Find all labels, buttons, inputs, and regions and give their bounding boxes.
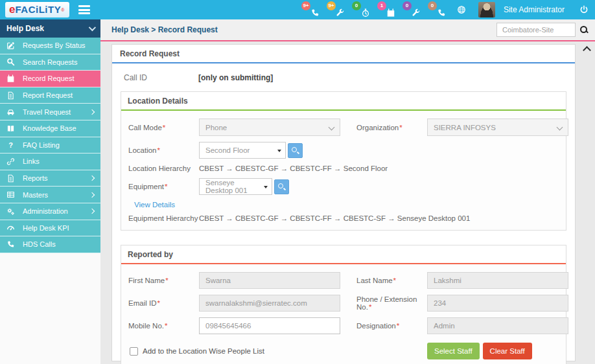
- sidebar-item-links[interactable]: Links: [0, 154, 100, 170]
- sidebar-item-label: Administration: [23, 207, 68, 215]
- sidebar-item-label: HDS Calls: [23, 240, 56, 248]
- section-title: Location Details: [121, 92, 566, 111]
- last-name-label: Last Name*: [355, 277, 427, 284]
- wrench-icon: [336, 8, 345, 17]
- header-actions: 9+ 9+ 0 1 0 0 Site Administrator: [301, 1, 595, 18]
- sidebar-item-masters[interactable]: Masters: [0, 187, 100, 203]
- sidebar-item-help-desk-kpi[interactable]: Help Desk KPI: [0, 220, 100, 237]
- sidebar-item-reports[interactable]: Reports: [0, 170, 100, 187]
- record-request-panel: Record Request Call ID [only on submitti…: [111, 44, 576, 361]
- sidebar-item-travel-request[interactable]: Travel Request: [0, 104, 100, 120]
- sidebar-title: Help Desk: [6, 24, 44, 33]
- search-icon: [6, 58, 15, 66]
- clock-icon: [361, 8, 370, 17]
- pending-tasks-notification[interactable]: 0: [352, 1, 370, 18]
- equipment-search-button[interactable]: [274, 179, 289, 194]
- mobile-label: Mobile No.*: [126, 322, 199, 330]
- sidebar-item-label: FAQ Listing: [23, 141, 60, 149]
- call-mode-label: Call Mode*: [126, 124, 199, 131]
- calendar-icon: [386, 8, 395, 17]
- phone-icon: [6, 240, 15, 249]
- equipment-label: Equipment*: [126, 183, 199, 190]
- sidebar-item-label: Knowledge Base: [23, 124, 76, 132]
- sidebar-item-label: Reports: [23, 174, 48, 182]
- chevron-down-icon: [89, 24, 96, 31]
- breadcrumb: Help Desk > Record Request: [111, 25, 218, 34]
- panel-title: Record Request: [112, 45, 575, 63]
- breadcrumb-bar: Help Desk > Record Request: [100, 19, 595, 41]
- sidebar-item-label: Links: [23, 157, 40, 165]
- location-details-section: Location Details Call Mode* Phone Organi…: [121, 91, 566, 231]
- sidebar-module-selector[interactable]: Help Desk: [0, 19, 100, 38]
- sidebar-item-label: Record Request: [23, 74, 75, 82]
- helpdesk-calls-notification[interactable]: 9+: [301, 1, 320, 18]
- sidebar-item-knowledge-base[interactable]: Knowledge Base: [0, 120, 100, 137]
- sidebar-item-report-request[interactable]: Report Request: [0, 87, 100, 104]
- missed-calls-notification[interactable]: 0: [428, 1, 446, 18]
- sidebar-item-hds-calls[interactable]: HDS Calls: [0, 236, 100, 253]
- location-label: Location*: [126, 146, 199, 154]
- reported-by-section: Reported by First Name* Last Name* Email…: [121, 245, 566, 364]
- phone-icon: [310, 8, 320, 17]
- globe-icon[interactable]: [457, 5, 466, 14]
- pencil-square-icon: [6, 41, 15, 50]
- location-combo[interactable]: Second Floor: [199, 142, 286, 159]
- notification-badge: 0: [352, 1, 361, 10]
- location-search-button[interactable]: [288, 143, 303, 158]
- last-name-field[interactable]: [427, 272, 568, 289]
- gauge-icon: [6, 223, 15, 232]
- call-id-label: Call ID: [124, 73, 198, 82]
- scroll-up-arrow[interactable]: [582, 44, 591, 53]
- equipment-hierarchy-label: Equipment Hierarchy: [126, 214, 199, 222]
- work-orders-notification[interactable]: 9+: [327, 1, 345, 18]
- user-name-label: Site Administrator: [504, 5, 565, 14]
- logo-text-e: e: [9, 3, 15, 16]
- call-id-row: Call ID [only on submitting]: [124, 73, 566, 82]
- sidebar-item-record-request[interactable]: Record Request: [0, 71, 100, 87]
- sidebar-item-label: Travel Request: [23, 108, 71, 116]
- book-icon: [6, 124, 15, 133]
- sidebar-item-label: Report Request: [23, 91, 73, 99]
- sidebar-item-administration[interactable]: Administration: [0, 203, 100, 220]
- notification-badge: 0: [428, 1, 437, 10]
- equipment-combo[interactable]: Senseye Desktop 001: [199, 178, 272, 195]
- service-requests-notification[interactable]: 0: [402, 1, 421, 18]
- calendar-icon: [6, 74, 15, 83]
- sidebar-item-search-requests[interactable]: Search Requests: [0, 54, 100, 71]
- table-icon: [6, 190, 15, 199]
- email-field[interactable]: [199, 295, 340, 312]
- efacility-logo: e FACiLiTY ®: [5, 2, 69, 17]
- view-details-link[interactable]: View Details: [126, 201, 340, 209]
- sidebar-item-label: Masters: [23, 191, 48, 199]
- select-staff-button[interactable]: Select Staff: [427, 343, 480, 359]
- notification-badge: 9+: [301, 1, 310, 10]
- chevron-right-icon: [89, 192, 95, 197]
- site-search: [496, 23, 589, 37]
- search-icon[interactable]: [579, 25, 589, 34]
- organization-select[interactable]: SIERRA INFOSYS: [427, 119, 568, 136]
- caret-down-icon: [264, 186, 268, 188]
- logout-power-icon[interactable]: [579, 5, 589, 14]
- section-title: Reported by: [121, 245, 566, 264]
- car-icon: [6, 108, 15, 116]
- phone-extension-label: Phone / Extension No.*: [355, 295, 427, 311]
- calendar-notification[interactable]: 1: [377, 1, 395, 18]
- sidebar-item-requests-by-status[interactable]: Requests By Status: [0, 38, 100, 54]
- first-name-field[interactable]: [199, 272, 340, 289]
- add-location-people-checkbox[interactable]: [130, 347, 138, 356]
- add-location-people-label: Add to the Location Wise People List: [143, 347, 264, 355]
- sidebar: Help Desk Requests By Status Search Requ…: [0, 19, 100, 364]
- link-icon: [6, 157, 15, 166]
- menu-toggle-icon[interactable]: [78, 5, 90, 14]
- user-avatar[interactable]: [478, 2, 495, 17]
- location-hierarchy-value: CBEST → CBESTC-GF → CBESTC-FF → Second F…: [199, 165, 561, 172]
- mobile-field[interactable]: [199, 317, 340, 334]
- phone-extension-field[interactable]: [427, 295, 568, 312]
- call-mode-select[interactable]: Phone: [199, 119, 340, 136]
- caret-down-icon: [277, 150, 281, 152]
- sidebar-item-faq-listing[interactable]: ? FAQ Listing: [0, 137, 100, 154]
- site-search-input[interactable]: [496, 23, 576, 37]
- clear-staff-button[interactable]: Clear Staff: [483, 343, 532, 359]
- top-bar: e FACiLiTY ® 9+ 9+ 0 1 0 0 Sit: [0, 0, 595, 19]
- designation-field[interactable]: [427, 317, 568, 334]
